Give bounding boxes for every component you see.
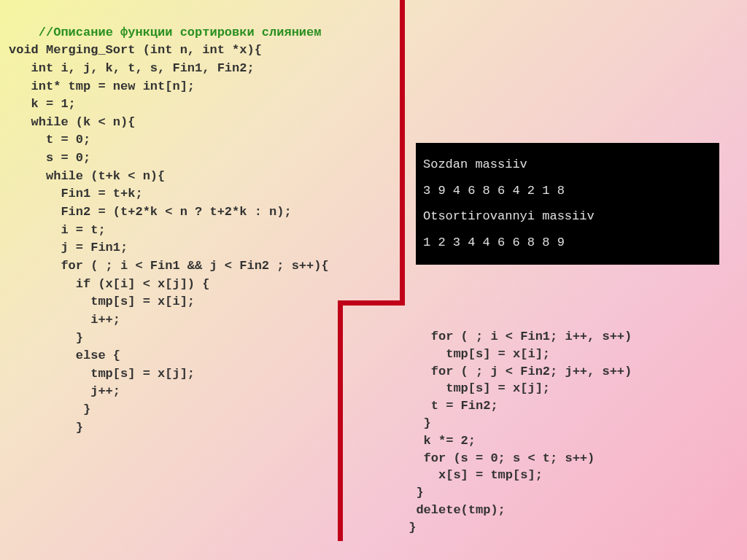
code-block-right: for ( ; i < Fin1; i++, s++) tmp[s] = x[i… xyxy=(401,328,632,537)
terminal-line-2: 3 9 4 6 8 6 4 2 1 8 xyxy=(423,178,712,204)
divider-vertical-top xyxy=(400,0,405,301)
terminal-output: Sozdan massiiv 3 9 4 6 8 6 4 2 1 8 Otsor… xyxy=(416,143,719,265)
divider-vertical-bottom xyxy=(338,300,343,541)
terminal-line-4: 1 2 3 4 4 6 6 8 8 9 xyxy=(423,230,712,256)
divider-horizontal xyxy=(338,300,405,306)
code-body-left: void Merging_Sort (int n, int *x){ int i… xyxy=(9,43,329,434)
terminal-line-3: Otsortirovannyi massiiv xyxy=(423,203,712,230)
terminal-line-1: Sozdan massiiv xyxy=(423,152,712,178)
code-comment: //Описание функции сортировки слиянием xyxy=(39,26,322,39)
slide-container: //Описание функции сортировки слиянием v… xyxy=(0,0,747,560)
